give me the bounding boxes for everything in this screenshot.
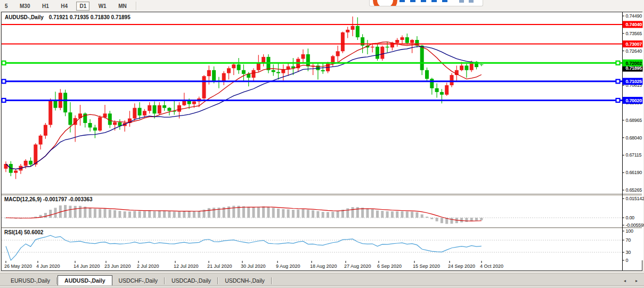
macd-histogram-bar: [366, 209, 369, 218]
macd-histogram-bar: [297, 210, 299, 218]
macd-histogram-bar: [356, 207, 359, 218]
macd-histogram-bar: [158, 211, 161, 218]
support-line-0-70020-handle[interactable]: [2, 98, 6, 102]
price-tick-label: 0.73565: [626, 31, 642, 36]
date-label: 9 Aug 2020: [276, 264, 300, 269]
candle-down: [272, 70, 275, 72]
macd-histogram-bar: [421, 215, 423, 218]
tab-eurusd-daily[interactable]: EURUSD-,Daily: [4, 276, 56, 285]
candle-down: [479, 64, 483, 65]
macd-histogram-bar: [411, 212, 413, 218]
chart-title: AUDUSD-,Daily0.71921 0.71935 0.71830 0.7…: [5, 14, 131, 20]
candle-up: [133, 108, 136, 119]
support-line-0-70020-handle[interactable]: [616, 98, 620, 102]
tab-usdcnh-daily[interactable]: USDCNH-,Daily: [218, 276, 271, 285]
macd-histogram-bar: [451, 218, 453, 224]
macd-histogram-bar: [89, 208, 92, 218]
timeframe-button-h1[interactable]: H1: [39, 2, 52, 11]
tab-usdcad-daily[interactable]: USDCAD-,Daily: [165, 276, 217, 285]
macd-histogram-bar: [163, 211, 166, 218]
date-label: 24 Sep 2020: [448, 264, 475, 269]
macd-histogram-bar: [316, 211, 319, 218]
price-badge-0.70020-text: 0.70020: [626, 98, 642, 103]
candle-up: [401, 37, 404, 40]
macd-label: MACD(12,26,9) -0.001797 -0.003363: [4, 196, 93, 202]
candle-down: [420, 46, 424, 70]
support-line-0-72002-handle[interactable]: [616, 61, 620, 65]
timeframe-button-d1[interactable]: D1: [76, 2, 89, 11]
candle-up: [262, 57, 265, 63]
macd-histogram-bar: [252, 207, 255, 218]
tab-scroll-right-button[interactable]: ▸: [632, 276, 641, 285]
tab-audusd-daily[interactable]: AUDUSD-,Daily: [58, 275, 112, 286]
candle-up: [207, 70, 211, 76]
support-line-0-72002-handle[interactable]: [2, 61, 6, 65]
price-tick-label: 0.65265: [626, 187, 642, 193]
macd-histogram-bar: [208, 208, 210, 218]
logo-glyph: [410, 0, 415, 2]
macd-histogram-bar: [213, 208, 215, 218]
macd-histogram-bar: [415, 212, 418, 218]
macd-tick-label: 0.015142: [626, 196, 644, 201]
timeframe-button-m5[interactable]: 5: [2, 2, 11, 11]
macd-histogram-bar: [99, 209, 101, 218]
candle-up: [14, 170, 18, 172]
rsi-tick-label: 70: [626, 237, 631, 243]
macd-histogram-bar: [272, 208, 275, 218]
date-label: 6 Sep 2020: [377, 264, 402, 269]
macd-histogram-bar: [327, 212, 329, 218]
tab-usdchf-daily[interactable]: USDCHF-,Daily: [112, 276, 165, 285]
macd-tick-label: 0.00: [626, 215, 635, 220]
macd-histogram-bar: [173, 212, 176, 218]
candle-up: [39, 136, 43, 145]
candle-down: [430, 79, 434, 88]
macd-histogram-bar: [391, 211, 394, 218]
price-tick-label: 0.68040: [626, 135, 642, 141]
candle-down: [464, 65, 468, 70]
timeframe-button-mn[interactable]: MN: [115, 2, 130, 11]
support-line-0-71025-handle[interactable]: [616, 79, 620, 83]
candle-down: [88, 123, 92, 128]
macd-histogram-bar: [49, 210, 52, 218]
support-line-0-71025-handle[interactable]: [2, 79, 6, 83]
candle-up: [445, 85, 449, 95]
candle-up: [351, 26, 355, 30]
date-label: 15 Sep 2020: [413, 264, 440, 269]
macd-histogram-bar: [79, 206, 81, 218]
timeframe-button-w1[interactable]: W1: [95, 2, 110, 11]
macd-histogram-bar: [44, 213, 47, 218]
candle-down: [93, 128, 97, 131]
date-label: 21 Jul 2020: [207, 264, 232, 269]
candle-down: [435, 88, 439, 92]
chart-tabs: EURUSD-,Daily AUDUSD-,Daily USDCHF-,Dail…: [4, 275, 272, 286]
date-label: 12 Jul 2020: [174, 264, 199, 269]
broker-logo-partial: [369, 0, 483, 6]
candle-up: [148, 105, 151, 111]
macd-histogram-bar: [381, 211, 384, 218]
tab-scroll-left-button[interactable]: ◂: [621, 276, 629, 285]
macd-histogram-bar: [109, 210, 111, 218]
timeframe-button-h4[interactable]: H4: [58, 2, 71, 11]
macd-histogram-bar: [361, 208, 364, 218]
rsi-label: RSI(14) 50.6002: [4, 229, 43, 235]
candle-up: [371, 47, 374, 47]
macd-histogram-bar: [74, 206, 77, 218]
candle-down: [306, 54, 310, 67]
macd-histogram-bar: [153, 211, 156, 218]
timeframe-button-m30[interactable]: M30: [17, 2, 33, 11]
macd-histogram-bar: [396, 211, 398, 218]
chart-canvas[interactable]: 0.744900.735650.726400.717150.708150.698…: [0, 12, 644, 272]
price-badge-0.71025-text: 0.71025: [626, 79, 642, 84]
macd-histogram-bar: [312, 210, 314, 218]
macd-histogram-bar: [64, 205, 67, 218]
candle-down: [440, 92, 444, 95]
macd-histogram-bar: [465, 218, 468, 222]
candle-up: [395, 40, 399, 43]
candle-down: [237, 64, 241, 70]
rsi-tick-label: 100: [626, 228, 633, 234]
macd-histogram-bar: [183, 211, 185, 218]
macd-histogram-bar: [188, 211, 191, 218]
candle-up: [103, 113, 107, 117]
logo-glyph: [459, 0, 464, 3]
macd-tick-label: -0.005595: [626, 223, 644, 228]
